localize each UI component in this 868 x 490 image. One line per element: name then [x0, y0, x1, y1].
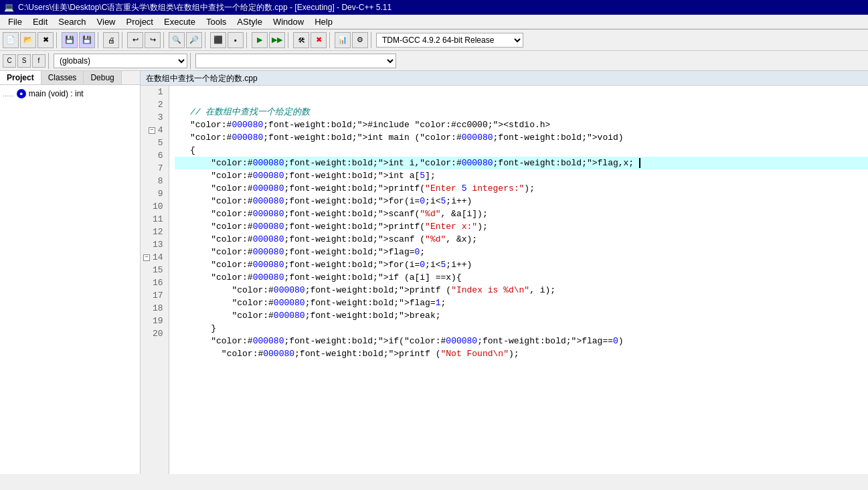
- code-line-5: "color:#000080;font-weight:bold;">int i,…: [175, 157, 868, 169]
- code-line-15: "color:#000080;font-weight:bold;">printf…: [175, 284, 868, 297]
- undo-button[interactable]: ↩: [127, 32, 143, 48]
- indent-button[interactable]: ⬛: [210, 32, 226, 48]
- sep6: [246, 32, 249, 48]
- code-line-7: "color:#000080;font-weight:bold;">printf…: [175, 182, 868, 195]
- find-button[interactable]: 🔍: [169, 32, 185, 48]
- line-num-15: 15: [143, 264, 166, 276]
- code-line-2: "color:#000080;font-weight:bold;">#inclu…: [175, 118, 868, 131]
- menu-item-edit[interactable]: Edit: [27, 15, 53, 28]
- code-line-9: "color:#000080;font-weight:bold;">scanf(…: [175, 208, 868, 220]
- sep11: [190, 53, 193, 69]
- struct-btn[interactable]: S: [17, 54, 31, 68]
- profile-button[interactable]: 📊: [335, 32, 351, 48]
- compiler-combo[interactable]: TDM-GCC 4.9.2 64-bit Release: [376, 33, 523, 48]
- function-combo[interactable]: [195, 54, 396, 68]
- code-line-8: "color:#000080;font-weight:bold;">for(i=…: [175, 195, 868, 208]
- tab-debug[interactable]: Debug: [84, 71, 121, 84]
- line-num-8: 8: [143, 175, 166, 187]
- func-icon: ●: [17, 89, 26, 98]
- toolbar-2: C S f (globals): [0, 51, 868, 71]
- line-numbers: 123−45678910111213−14151617181920: [141, 86, 169, 474]
- fold-icon-14[interactable]: −: [143, 254, 150, 261]
- save-all-button[interactable]: 💾: [79, 32, 95, 48]
- line-num-5: 5: [143, 137, 166, 149]
- stop-button[interactable]: ✖: [311, 32, 327, 48]
- func-label: main (void) : int: [29, 89, 84, 98]
- tree-dots: ......: [3, 90, 14, 98]
- line-num-14: −14: [143, 251, 166, 264]
- save-button[interactable]: 💾: [62, 32, 78, 48]
- code-line-16: "color:#000080;font-weight:bold;">flag=1…: [175, 297, 868, 309]
- code-line-10: "color:#000080;font-weight:bold;">printf…: [175, 220, 868, 233]
- menu-item-astyle[interactable]: AStyle: [232, 15, 268, 28]
- line-num-18: 18: [143, 302, 166, 315]
- line-num-2: 2: [143, 98, 166, 111]
- code-line-18: }: [175, 322, 868, 335]
- code-line-17: "color:#000080;font-weight:bold;">break;: [175, 309, 868, 322]
- sep4: [163, 32, 166, 48]
- line-num-9: 9: [143, 187, 166, 200]
- class-btn[interactable]: C: [3, 54, 16, 68]
- line-num-19: 19: [143, 315, 166, 327]
- code-line-19: "color:#000080;font-weight:bold;">if("co…: [175, 335, 868, 347]
- code-line-4: {: [175, 144, 868, 157]
- settings-button[interactable]: ⚙: [352, 32, 368, 48]
- line-num-11: 11: [143, 213, 166, 226]
- code-line-3: "color:#000080;font-weight:bold;">int ma…: [175, 131, 868, 144]
- code-line-6: "color:#000080;font-weight:bold;">int a[…: [175, 169, 868, 182]
- line-num-20: 20: [143, 327, 166, 340]
- line-num-6: 6: [143, 149, 166, 162]
- line-num-12: 12: [143, 226, 166, 238]
- menu-item-help[interactable]: Help: [309, 15, 338, 28]
- toolbar-1: 📄 📂 ✖ 💾 💾 🖨 ↩ ↪ 🔍 🔎 ⬛ ▪ ▶ ▶▶ 🛠 ✖ 📊 ⚙ TDM…: [0, 29, 868, 51]
- menu-item-search[interactable]: Search: [53, 15, 91, 28]
- line-num-10: 10: [143, 200, 166, 213]
- main-content: Project Classes Debug ...... ● main (voi…: [0, 71, 868, 474]
- redo-button[interactable]: ↪: [145, 32, 161, 48]
- sep8: [329, 32, 332, 48]
- sep3: [122, 32, 124, 48]
- close-button[interactable]: ✖: [37, 32, 54, 48]
- title-icon: 💻: [4, 3, 14, 12]
- line-num-4: −4: [143, 124, 166, 137]
- menu-item-execute[interactable]: Execute: [159, 15, 201, 28]
- tree-item-main[interactable]: ...... ● main (void) : int: [3, 88, 137, 100]
- debug-button[interactable]: 🛠: [293, 32, 309, 48]
- menu-item-window[interactable]: Window: [268, 15, 309, 28]
- code-line-12: "color:#000080;font-weight:bold;">flag=0…: [175, 246, 868, 258]
- menu-item-file[interactable]: File: [3, 15, 27, 28]
- line-num-7: 7: [143, 162, 166, 175]
- left-panel: Project Classes Debug ...... ● main (voi…: [0, 71, 141, 474]
- line-num-16: 16: [143, 276, 166, 289]
- find-replace-button[interactable]: 🔎: [186, 32, 202, 48]
- line-num-3: 3: [143, 111, 166, 124]
- title-text: C:\Users\佳美\Desktop\C语言重头学\数组类\在数组中查找一个给…: [18, 2, 392, 13]
- sep7: [288, 32, 290, 48]
- menu-item-tools[interactable]: Tools: [201, 15, 232, 28]
- open-button[interactable]: 📂: [20, 32, 36, 48]
- left-tabs: Project Classes Debug: [0, 71, 140, 85]
- code-lines[interactable]: // 在数组中查找一个给定的数 "color:#000080;font-weig…: [169, 86, 868, 474]
- tab-project[interactable]: Project: [0, 71, 41, 84]
- sep1: [56, 32, 59, 48]
- code-line-20: "color:#000080;font-weight:bold;">printf…: [175, 347, 868, 360]
- code-line-13: "color:#000080;font-weight:bold;">for(i=…: [175, 258, 868, 271]
- unindent-button[interactable]: ▪: [228, 32, 244, 48]
- sep9: [371, 32, 373, 48]
- print-button[interactable]: 🖨: [103, 32, 119, 48]
- filename-text: 在数组中查找一个给定的数.cpp: [146, 74, 258, 83]
- line-num-17: 17: [143, 289, 166, 302]
- code-line-14: "color:#000080;font-weight:bold;">if (a[…: [175, 271, 868, 284]
- menu-item-project[interactable]: Project: [121, 15, 159, 28]
- code-editor[interactable]: 123−45678910111213−14151617181920 // 在数组…: [141, 86, 868, 474]
- tab-classes[interactable]: Classes: [41, 71, 84, 84]
- fold-icon-4[interactable]: −: [149, 127, 155, 134]
- menu-item-view[interactable]: View: [92, 15, 121, 28]
- line-num-13: 13: [143, 238, 166, 251]
- func-btn[interactable]: f: [32, 54, 46, 68]
- new-button[interactable]: 📄: [3, 32, 19, 48]
- scope-combo[interactable]: (globals): [54, 54, 187, 68]
- run-button[interactable]: ▶▶: [269, 32, 285, 48]
- sep10: [48, 53, 51, 69]
- compile-button[interactable]: ▶: [252, 32, 268, 48]
